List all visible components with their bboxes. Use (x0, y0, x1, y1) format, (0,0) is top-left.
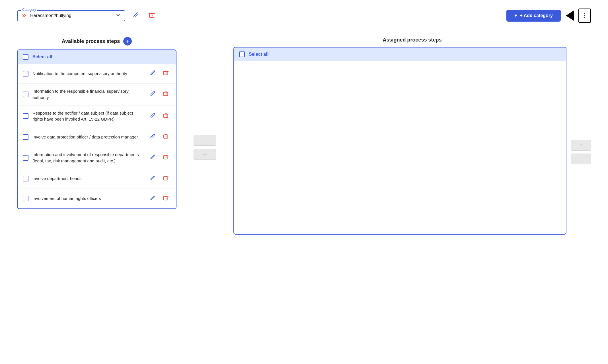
step-label-4: Involve data protection officer / data p… (32, 134, 143, 140)
move-down-button[interactable]: ↓ (571, 154, 591, 164)
step-edit-button-1[interactable] (147, 68, 158, 79)
more-options-button[interactable]: ⋮ (578, 9, 591, 23)
assigned-select-all-row[interactable]: Select all (234, 47, 566, 61)
step-checkbox-2[interactable] (23, 92, 28, 97)
arrow-triangle (566, 11, 574, 21)
step-item: Involvement of human rights officers (18, 189, 176, 208)
available-steps-list: Notification to the competent supervisor… (18, 64, 176, 208)
available-select-all-label: Select all (32, 54, 52, 59)
step-item: Information to the responsible financial… (18, 84, 176, 106)
assigned-steps-list (234, 61, 566, 226)
category-select-wrapper[interactable]: Category Harassment/bullying (17, 10, 125, 21)
step-edit-button-5[interactable] (147, 152, 158, 163)
add-category-plus-icon: + (514, 13, 517, 18)
step-edit-button-2[interactable] (147, 89, 158, 100)
step-delete-button-7[interactable] (161, 193, 171, 204)
move-left-icon: ← (202, 151, 208, 157)
add-category-label: + Add category (520, 13, 553, 18)
step-actions-7 (147, 193, 171, 204)
assigned-panel: Assigned process steps Select all (233, 37, 591, 235)
transfer-buttons: → ← (194, 135, 216, 160)
category-value: Harassment/bullying (30, 13, 113, 18)
svg-rect-4 (164, 71, 168, 75)
top-bar: Category Harassment/bullying (17, 9, 591, 23)
assigned-panel-title: Assigned process steps (383, 37, 441, 43)
svg-rect-12 (164, 114, 168, 117)
step-label-3: Response to the notifier / data subject … (32, 110, 143, 123)
step-delete-button-5[interactable] (161, 152, 171, 163)
add-category-button[interactable]: + + Add category (506, 10, 561, 22)
step-checkbox-1[interactable] (23, 71, 28, 76)
assigned-panel-box: Select all (233, 47, 566, 235)
add-step-button[interactable]: + (123, 37, 132, 46)
step-edit-button-4[interactable] (147, 132, 158, 142)
step-checkbox-3[interactable] (23, 113, 28, 119)
svg-rect-24 (164, 177, 168, 180)
move-up-button[interactable]: ↑ (571, 140, 591, 151)
svg-rect-8 (164, 92, 168, 96)
delete-category-button[interactable] (146, 10, 157, 21)
order-buttons: ↑ ↓ (571, 140, 591, 164)
step-edit-button-7[interactable] (147, 193, 158, 204)
three-dot-icon: ⋮ (582, 12, 588, 19)
move-right-icon: → (202, 137, 208, 143)
category-icon (22, 13, 27, 18)
category-label: Category (21, 8, 37, 12)
available-select-all-checkbox[interactable] (23, 54, 28, 60)
available-panel-header: Available process steps + (17, 37, 176, 46)
svg-rect-20 (164, 156, 168, 159)
edit-category-button[interactable] (130, 10, 141, 21)
step-item: Information and involvement of responsib… (18, 147, 176, 169)
step-checkbox-7[interactable] (23, 196, 28, 201)
step-edit-button-6[interactable] (147, 173, 158, 184)
step-item: Response to the notifier / data subject … (18, 106, 176, 127)
available-panel-box: Select all Notification to the competent… (17, 49, 176, 209)
step-label-1: Notification to the competent supervisor… (32, 71, 143, 77)
svg-rect-16 (164, 135, 168, 138)
svg-rect-28 (164, 197, 168, 200)
step-actions-1 (147, 68, 171, 79)
main-content: Available process steps + Select all Not… (17, 37, 591, 235)
step-delete-button-3[interactable] (161, 111, 171, 121)
step-delete-button-1[interactable] (161, 68, 171, 79)
step-label-7: Involvement of human rights officers (32, 195, 143, 202)
step-actions-4 (147, 132, 171, 142)
step-edit-button-3[interactable] (147, 111, 158, 121)
step-label-2: Information to the responsible financial… (32, 88, 143, 101)
step-checkbox-4[interactable] (23, 134, 28, 140)
step-delete-button-2[interactable] (161, 89, 171, 100)
step-actions-6 (147, 173, 171, 184)
step-delete-button-4[interactable] (161, 132, 171, 142)
arrow-annotation (566, 11, 573, 21)
svg-rect-0 (149, 14, 154, 17)
step-checkbox-5[interactable] (23, 155, 28, 161)
step-label-5: Information and involvement of responsib… (32, 152, 143, 164)
category-chevron-icon (116, 13, 121, 19)
right-side-wrapper: Select all ↑ ↓ (233, 47, 591, 235)
step-item: Involve data protection officer / data p… (18, 127, 176, 147)
available-panel: Available process steps + Select all Not… (17, 37, 176, 209)
move-down-icon: ↓ (580, 156, 582, 162)
available-select-all-row[interactable]: Select all (18, 50, 176, 64)
step-item: Involve department heads (18, 169, 176, 189)
move-up-icon: ↑ (580, 143, 582, 148)
move-right-button[interactable]: → (194, 135, 216, 146)
assigned-select-all-label: Select all (249, 52, 268, 57)
step-checkbox-6[interactable] (23, 176, 28, 181)
step-item: Notification to the competent supervisor… (18, 64, 176, 84)
step-actions-5 (147, 152, 171, 163)
assigned-select-all-checkbox[interactable] (239, 51, 245, 57)
assigned-panel-header: Assigned process steps (233, 37, 591, 43)
move-left-button[interactable]: ← (194, 149, 216, 160)
available-panel-title: Available process steps (62, 38, 120, 44)
step-actions-2 (147, 89, 171, 100)
step-label-6: Involve department heads (32, 175, 143, 182)
step-actions-3 (147, 111, 171, 121)
step-delete-button-6[interactable] (161, 173, 171, 184)
